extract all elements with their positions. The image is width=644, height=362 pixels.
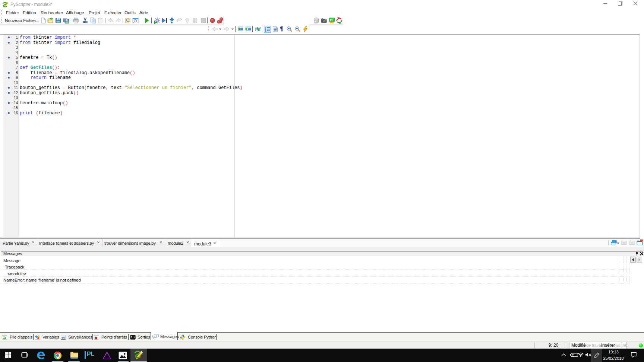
svg-text:0t: 0t: [330, 18, 332, 22]
svg-text:3: 3: [265, 30, 266, 32]
svg-text:66: 66: [61, 336, 65, 339]
svg-text:C:\: C:\: [131, 336, 135, 339]
